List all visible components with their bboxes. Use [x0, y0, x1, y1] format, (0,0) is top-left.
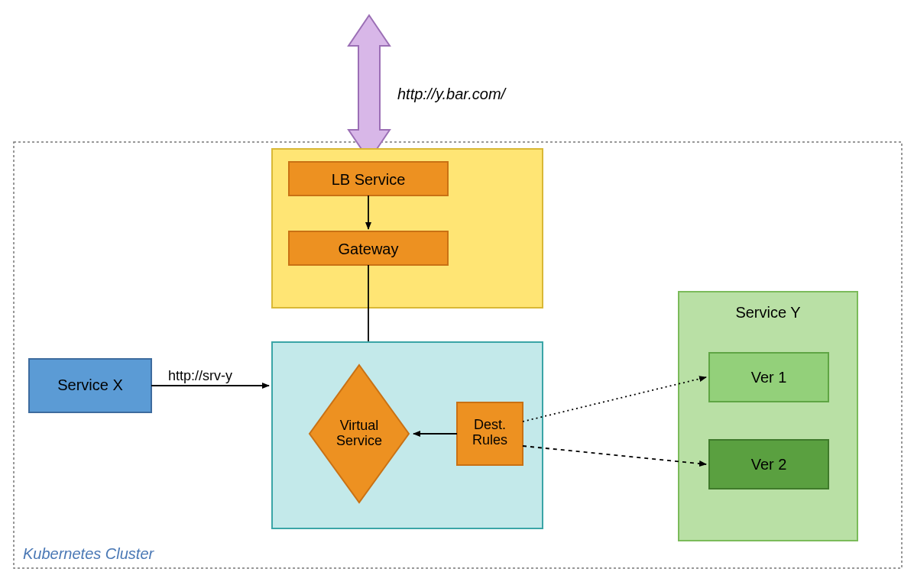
- architecture-diagram: Kubernetes Cluster http://y.bar.com/ LB …: [0, 0, 914, 588]
- dest-rules-label-2: Rules: [472, 432, 507, 447]
- service-y-ver2-label: Ver 2: [751, 456, 787, 473]
- dest-rules-label-1: Dest.: [474, 417, 506, 432]
- virtual-service-label-2: Service: [336, 433, 382, 448]
- lb-service-label: LB Service: [332, 171, 406, 188]
- virtual-service-label-1: Virtual: [340, 418, 379, 433]
- gateway-label: Gateway: [339, 241, 399, 257]
- kubernetes-cluster-label: Kubernetes Cluster: [23, 545, 155, 562]
- service-x-label: Service X: [57, 376, 123, 393]
- external-traffic-arrow: [348, 15, 390, 160]
- internal-url-label: http://srv-y: [168, 368, 232, 383]
- service-y-ver1-label: Ver 1: [751, 369, 787, 386]
- external-url-label: http://y.bar.com/: [397, 86, 507, 102]
- service-y-container: [679, 292, 857, 541]
- service-y-title: Service Y: [735, 304, 800, 321]
